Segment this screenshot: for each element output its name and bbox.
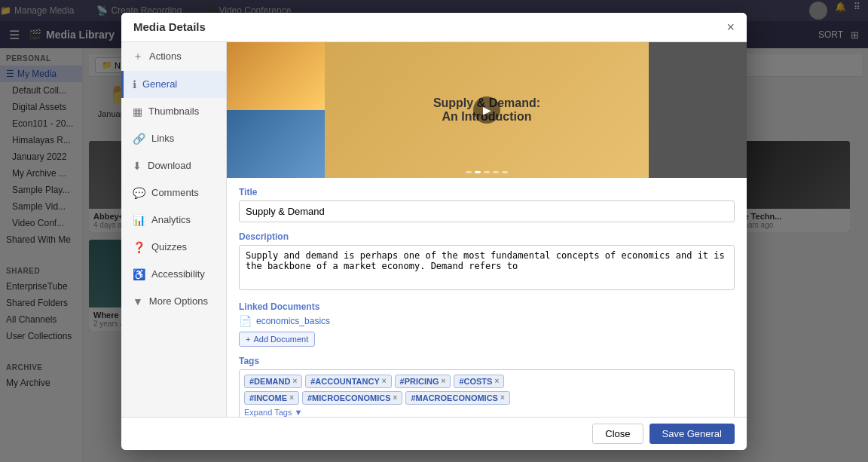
- menu-item-quizzes[interactable]: ❓ Quizzes: [121, 234, 226, 261]
- tag-income[interactable]: #INCOME ×: [244, 391, 299, 405]
- quizzes-label: Quizzes: [151, 241, 187, 252]
- thumbnails-label: Thumbnails: [148, 106, 199, 117]
- title-label: Title: [239, 187, 735, 197]
- links-icon: 🔗: [133, 133, 145, 145]
- dot-3: [484, 171, 490, 173]
- tag-microeconomics-remove[interactable]: ×: [393, 393, 398, 402]
- more-options-label: More Options: [149, 295, 208, 307]
- add-doc-icon: +: [246, 335, 250, 344]
- menu-item-accessibility[interactable]: ♿ Accessibility: [121, 261, 226, 288]
- modal-right-content: Supply & Demand: An Introduction ▶: [227, 42, 747, 417]
- play-button[interactable]: ▶: [473, 96, 500, 124]
- modal-overlay[interactable]: Media Details × ＋ Actions ℹ General ▦ Th…: [0, 0, 868, 462]
- tag-costs-text: #COSTS: [459, 377, 492, 386]
- collage-right: [649, 42, 747, 178]
- download-icon: ⬇: [133, 160, 142, 172]
- tag-pricing-text: #PRICING: [400, 377, 439, 386]
- analytics-label: Analytics: [151, 214, 191, 225]
- tag-income-remove[interactable]: ×: [289, 393, 294, 402]
- menu-item-comments[interactable]: 💬 Comments: [121, 179, 226, 207]
- save-general-button[interactable]: Save General: [649, 424, 735, 444]
- tag-demand[interactable]: #DEMAND ×: [244, 375, 302, 388]
- links-label: Links: [151, 133, 174, 144]
- tag-income-text: #INCOME: [249, 393, 287, 402]
- tag-accountancy[interactable]: #ACCOUNTANCY ×: [305, 375, 391, 388]
- linked-documents-label: Linked Documents: [239, 301, 735, 312]
- actions-icon: ＋: [133, 50, 143, 63]
- add-doc-label: Add Document: [253, 335, 308, 344]
- quizzes-icon: ❓: [133, 241, 145, 253]
- general-label: General: [142, 78, 177, 90]
- collage-cell-1: [227, 42, 325, 110]
- video-collage: Supply & Demand: An Introduction ▶: [227, 42, 747, 178]
- add-document-button[interactable]: + Add Document: [239, 332, 315, 347]
- modal-header: Media Details ×: [121, 13, 747, 42]
- title-input[interactable]: [239, 200, 735, 222]
- dot-5: [502, 171, 508, 173]
- menu-item-general[interactable]: ℹ General: [121, 71, 226, 98]
- modal-close-button[interactable]: ×: [726, 20, 735, 34]
- tags-label: Tags: [239, 356, 735, 366]
- linked-documents-group: Linked Documents 📄 economics_basics + Ad…: [239, 301, 735, 347]
- more-options-chevron-icon: ▼: [133, 295, 143, 307]
- modal-menu: ＋ Actions ℹ General ▦ Thumbnails 🔗 Links…: [121, 42, 227, 417]
- menu-item-download[interactable]: ⬇ Download: [121, 152, 226, 179]
- linked-doc-item: 📄 economics_basics: [239, 315, 735, 327]
- tags-group: Tags #DEMAND × #ACCOUNTANCY ×: [239, 356, 735, 417]
- tag-row-1: #DEMAND × #ACCOUNTANCY × #PRICING ×: [244, 375, 729, 388]
- linked-doc-name[interactable]: economics_basics: [256, 316, 330, 326]
- accessibility-icon: ♿: [133, 268, 145, 280]
- video-preview: Supply & Demand: An Introduction ▶: [227, 42, 747, 178]
- dot-1: [466, 171, 472, 173]
- tag-costs[interactable]: #COSTS ×: [454, 375, 504, 388]
- close-button[interactable]: Close: [592, 424, 643, 444]
- general-icon: ℹ: [133, 78, 136, 90]
- expand-tags-button[interactable]: Expand Tags ▼: [244, 408, 729, 417]
- download-label: Download: [148, 160, 191, 171]
- tag-macroeconomics-remove[interactable]: ×: [500, 393, 505, 402]
- dot-2: [475, 171, 481, 173]
- tag-macroeconomics-text: #MACROECONOMICS: [411, 393, 498, 402]
- tag-accountancy-text: #ACCOUNTANCY: [310, 377, 379, 386]
- menu-item-analytics[interactable]: 📊 Analytics: [121, 207, 226, 234]
- collage-center: Supply & Demand: An Introduction ▶: [325, 42, 649, 178]
- tags-container: #DEMAND × #ACCOUNTANCY × #PRICING ×: [239, 369, 735, 417]
- pdf-icon: 📄: [239, 315, 252, 327]
- tag-demand-remove[interactable]: ×: [292, 377, 297, 385]
- menu-item-actions[interactable]: ＋ Actions: [121, 42, 226, 71]
- description-textarea[interactable]: Supply and demand is perhaps one of the …: [239, 245, 735, 290]
- description-label: Description: [239, 231, 735, 242]
- tag-costs-remove[interactable]: ×: [494, 377, 499, 385]
- dot-4: [493, 171, 499, 173]
- modal-title: Media Details: [133, 20, 206, 33]
- menu-item-links[interactable]: 🔗 Links: [121, 125, 226, 152]
- media-details-modal: Media Details × ＋ Actions ℹ General ▦ Th…: [121, 13, 747, 450]
- video-dots: [466, 171, 508, 173]
- modal-body: ＋ Actions ℹ General ▦ Thumbnails 🔗 Links…: [121, 42, 747, 417]
- thumbnails-icon: ▦: [133, 106, 142, 118]
- collage-left: [227, 42, 325, 178]
- description-group: Description Supply and demand is perhaps…: [239, 231, 735, 292]
- tag-row-2: #INCOME × #MICROECONOMICS × #MACROECONOM…: [244, 391, 729, 405]
- menu-item-more-options[interactable]: ▼ More Options: [121, 288, 226, 315]
- tag-demand-text: #DEMAND: [249, 377, 290, 386]
- tag-microeconomics-text: #MICROECONOMICS: [307, 393, 391, 402]
- tag-macroeconomics[interactable]: #MACROECONOMICS ×: [405, 391, 509, 405]
- form-content: Title Description Supply and demand is p…: [227, 178, 747, 417]
- comments-label: Comments: [151, 187, 199, 198]
- title-group: Title: [239, 187, 735, 222]
- tag-accountancy-remove[interactable]: ×: [382, 377, 387, 385]
- modal-footer: Close Save General: [121, 417, 747, 450]
- accessibility-label: Accessibility: [151, 268, 205, 280]
- collage-cell-2: [227, 110, 325, 178]
- actions-label: Actions: [149, 50, 182, 62]
- tag-microeconomics[interactable]: #MICROECONOMICS ×: [302, 391, 402, 405]
- tag-pricing[interactable]: #PRICING ×: [395, 375, 451, 388]
- analytics-icon: 📊: [133, 214, 145, 226]
- menu-item-thumbnails[interactable]: ▦ Thumbnails: [121, 98, 226, 125]
- tag-pricing-remove[interactable]: ×: [442, 377, 446, 385]
- comments-icon: 💬: [133, 187, 145, 199]
